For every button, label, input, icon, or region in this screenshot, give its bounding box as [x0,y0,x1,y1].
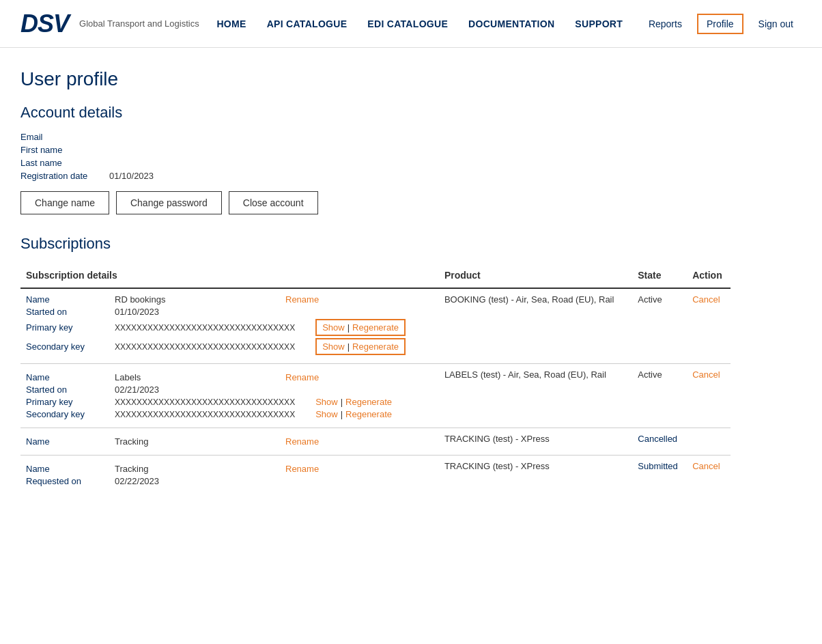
sub3-name-label: Name [26,436,94,447]
sub2-cancel-link[interactable]: Cancel [692,369,720,380]
nav-reports[interactable]: Reports [640,15,690,33]
right-navigation: Reports Profile Sign out [640,14,802,34]
table-row: Name Tracking Rename Requested on 02/22/… [20,456,731,495]
sub3-action [687,428,731,456]
regdate-row: Registration date 01/10/2023 [20,171,731,181]
sub2-name-label: Name [26,372,94,382]
table-row: Name Labels Rename Started on 02/21/2023… [20,364,731,428]
lastname-row: Last name [20,158,731,168]
col-header-details: Subscription details [20,263,439,288]
sub2-state: Active [632,364,687,428]
sub2-startedon-value: 02/21/2023 [115,384,265,395]
sub2-action: Cancel [687,364,731,428]
nav-documentation[interactable]: DOCUMENTATION [468,18,554,29]
sub1-state: Active [632,288,687,364]
nav-edi-catalogue[interactable]: EDI CATALOGUE [367,18,448,29]
sub4-product: TRACKING (test) - XPress [439,456,632,495]
subscriptions-table: Subscription details Product State Actio… [20,263,731,494]
nav-home[interactable]: HOME [216,18,246,29]
separator3: | [341,397,343,407]
sub1-action: Cancel [687,288,731,364]
sub3-details: Name Tracking Rename [20,428,439,456]
sub1-product: BOOKING (test) - Air, Sea, Road (EU), Ra… [439,288,632,364]
sub2-primarykey-value: XXXXXXXXXXXXXXXXXXXXXXXXXXXXXXXXX [115,397,295,407]
sub1-startedon-label: Started on [26,307,94,317]
firstname-label: First name [20,145,109,155]
sub3-state: Cancelled [632,428,687,456]
sub1-rename-link[interactable]: Rename [285,294,319,305]
sub1-name-value: RD bookings [115,294,265,305]
page-header: DSV Global Transport and Logistics HOME … [0,0,822,48]
logo-area: DSV Global Transport and Logistics [20,10,199,38]
subscriptions-section: Subscriptions Subscription details Produ… [20,235,731,494]
email-row: Email [20,132,731,142]
sub2-primarykey-show[interactable]: Show [315,397,338,407]
firstname-row: First name [20,145,731,155]
table-row: Name RD bookings Rename Started on 01/10… [20,288,731,364]
nav-profile[interactable]: Profile [697,14,743,34]
sub4-state: Submitted [632,456,687,495]
col-header-action: Action [687,263,731,288]
sub1-primarykey-show[interactable]: Show [322,322,345,333]
sub2-secondarykey-show[interactable]: Show [315,409,338,419]
sub1-primarykey-actions: Show | Regenerate [315,319,406,336]
sub4-cancel-link[interactable]: Cancel [692,461,720,471]
sub4-requestedon-value: 02/22/2023 [115,476,265,486]
dsv-logo: DSV [20,10,69,38]
sub2-rename-link[interactable]: Rename [285,372,319,382]
lastname-label: Last name [20,158,109,168]
sub2-secondarykey-actions: Show | Regenerate [315,409,392,419]
change-name-button[interactable]: Change name [20,191,109,214]
close-account-button[interactable]: Close account [229,191,318,214]
sub2-secondarykey-regenerate[interactable]: Regenerate [345,409,392,419]
sub3-name-value: Tracking [115,436,265,447]
sub1-secondarykey-value: XXXXXXXXXXXXXXXXXXXXXXXXXXXXXXXXX [115,342,295,352]
sub2-primarykey-label: Primary key [26,397,94,407]
account-details-section: Account details Email First name Last na… [20,104,731,214]
sub1-name-label: Name [26,294,94,305]
nav-support[interactable]: SUPPORT [575,18,623,29]
col-header-product: Product [439,263,632,288]
sub3-product: TRACKING (test) - XPress [439,428,632,456]
account-actions: Change name Change password Close accoun… [20,191,731,214]
sub4-name-label: Name [26,464,94,474]
logo-tagline: Global Transport and Logistics [79,18,199,29]
sub3-rename-link[interactable]: Rename [285,436,319,447]
table-row: Name Tracking Rename TRACKING (test) - X… [20,428,731,456]
sub1-cancel-link[interactable]: Cancel [692,294,720,305]
account-details-title: Account details [20,104,731,122]
sub1-secondarykey-actions: Show | Regenerate [315,338,406,355]
separator4: | [341,409,343,419]
change-password-button[interactable]: Change password [116,191,222,214]
nav-api-catalogue[interactable]: API CATALOGUE [267,18,348,29]
sub2-product: LABELS (test) - Air, Sea, Road (EU), Rai… [439,364,632,428]
table-header-row: Subscription details Product State Actio… [20,263,731,288]
col-header-state: State [632,263,687,288]
sub2-primarykey-regenerate[interactable]: Regenerate [345,397,392,407]
sub2-primarykey-actions: Show | Regenerate [315,397,392,407]
sub1-details: Name RD bookings Rename Started on 01/10… [20,288,439,364]
sub4-name-value: Tracking [115,464,265,474]
sub4-requestedon-label: Requested on [26,476,94,486]
sub1-primarykey-label: Primary key [26,322,94,333]
sub2-secondarykey-label: Secondary key [26,409,94,419]
sub2-name-value: Labels [115,372,265,382]
separator2: | [348,341,350,352]
regdate-label: Registration date [20,171,109,181]
sub1-primarykey-value: XXXXXXXXXXXXXXXXXXXXXXXXXXXXXXXXX [115,323,295,333]
sub1-secondarykey-show[interactable]: Show [322,341,345,352]
sub1-startedon-value: 01/10/2023 [115,307,265,317]
main-navigation: HOME API CATALOGUE EDI CATALOGUE DOCUMEN… [216,18,623,29]
sub4-rename-link[interactable]: Rename [285,464,319,474]
regdate-value: 01/10/2023 [109,171,154,181]
separator: | [348,322,350,333]
sub2-startedon-label: Started on [26,384,94,395]
sub2-details: Name Labels Rename Started on 02/21/2023… [20,364,439,428]
subscriptions-title: Subscriptions [20,235,731,253]
sub1-primarykey-regenerate[interactable]: Regenerate [352,322,399,333]
sub1-secondarykey-label: Secondary key [26,341,94,352]
sub1-secondarykey-regenerate[interactable]: Regenerate [352,341,399,352]
nav-sign-out[interactable]: Sign out [750,15,802,33]
email-label: Email [20,132,109,142]
sub2-secondarykey-value: XXXXXXXXXXXXXXXXXXXXXXXXXXXXXXXXX [115,410,295,419]
